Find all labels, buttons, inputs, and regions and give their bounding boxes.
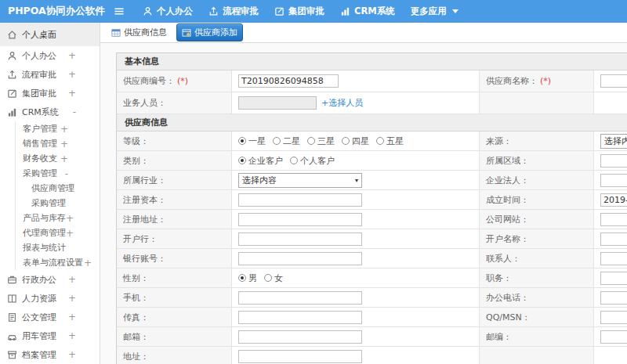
nav-group-approval-label: 集团审批 [288, 5, 324, 17]
sidebar-item-agent-mgmt[interactable]: 代理商管理+ [15, 225, 100, 240]
qq-msn-field [594, 308, 627, 326]
sidebar-item-admin-office[interactable]: 行政办公+ [0, 270, 100, 289]
registered-capital-input[interactable] [238, 193, 362, 207]
sidebar-item-group-approval-toggle[interactable]: + [68, 88, 76, 99]
sidebar-item-sales-mgmt-toggle[interactable]: + [60, 139, 68, 150]
nav-more-apps[interactable]: 更多应用 [411, 5, 458, 17]
office-phone-input[interactable] [600, 291, 627, 305]
supplier-code-input[interactable] [238, 74, 339, 88]
sidebar-item-admin-office-toggle[interactable]: + [68, 274, 76, 285]
sidebar-item-purchase-mgmt-toggle[interactable]: - [65, 168, 68, 179]
level-option-1[interactable]: 二星 [273, 135, 300, 147]
email-input[interactable] [238, 330, 362, 344]
legal-person-input[interactable] [600, 174, 627, 187]
email-label: 邮箱： [117, 327, 232, 346]
sidebar-item-group-approval[interactable]: 集团审批+ [0, 84, 100, 103]
sidebar-item-crm-system-toggle[interactable]: - [73, 106, 76, 117]
level-option-4[interactable]: 五星 [376, 135, 404, 147]
sidebar-item-product-inventory-toggle[interactable]: + [66, 213, 74, 224]
sidebar-item-customer-mgmt-toggle[interactable]: + [60, 124, 68, 135]
sidebar-item-vehicle-mgmt-toggle[interactable]: + [68, 330, 76, 341]
sidebar-item-personal-office-toggle[interactable]: + [68, 50, 76, 61]
form-row: 供应商编号：(*)供应商名称：(*) [117, 70, 627, 92]
level-option-2[interactable]: 三星 [307, 135, 335, 147]
supplier-name-input[interactable] [600, 74, 627, 88]
region-input[interactable] [600, 154, 627, 168]
gender-option-0[interactable]: 男 [238, 272, 257, 284]
sidebar-item-customer-mgmt[interactable]: 客户管理+ [15, 121, 100, 136]
sidebar-item-finance-inout-toggle[interactable]: + [60, 153, 68, 164]
nav-group-approval[interactable]: 集团审批 [274, 5, 324, 17]
position-input[interactable] [600, 272, 627, 285]
sidebar-item-product-inventory[interactable]: 产品与库存+ [15, 211, 100, 225]
mobile-input[interactable] [238, 291, 362, 305]
form-row: 等级：一星二星三星四星五星来源：选择内容▾ [117, 132, 627, 151]
zipcode-field [594, 327, 627, 346]
contact-input[interactable] [600, 252, 627, 265]
sidebar-item-archives-mgmt[interactable]: 档案管理+ [0, 345, 100, 364]
sidebar-item-workflow-approval[interactable]: 流程审批+ [0, 65, 100, 84]
menu-toggle[interactable] [113, 6, 125, 16]
registered-address-input[interactable] [238, 213, 362, 226]
zipcode-input[interactable] [600, 330, 627, 344]
website-input[interactable] [600, 213, 627, 226]
sidebar-item-archives-mgmt-toggle[interactable]: + [68, 349, 76, 360]
sidebar-item-personal-desktop[interactable]: 个人桌面 [0, 23, 100, 46]
approval-icon [7, 70, 17, 80]
sidebar-item-purchase-mgmt[interactable]: 采购管理- [15, 166, 100, 181]
app-brand: PHPOA协同办公软件 [0, 5, 100, 18]
tab-supplier-info[interactable]: 供应商信息 [107, 24, 172, 41]
sidebar-item-crm-system[interactable]: CRM系统- [0, 103, 100, 121]
supplier-name-field [594, 70, 627, 92]
form-row: 地址： [117, 347, 627, 364]
sidebar-item-form-workflow-settings[interactable]: 表单与流程设置+ [15, 255, 100, 270]
level-option-3[interactable]: 四星 [342, 135, 369, 147]
source-field: 选择内容▾ [594, 132, 627, 150]
radio-icon [238, 274, 246, 282]
address-input[interactable] [238, 350, 362, 363]
sidebar-item-personal-desktop-label: 个人桌面 [22, 29, 56, 41]
sidebar-item-vehicle-mgmt[interactable]: 用车管理+ [0, 326, 100, 345]
gender-option-1[interactable]: 女 [264, 272, 283, 284]
sales-person-picker-link[interactable]: +选择人员 [321, 97, 363, 109]
sidebar-item-personal-office[interactable]: 个人办公+ [0, 46, 100, 65]
sidebar-item-human-resources[interactable]: 人力资源+ [0, 289, 100, 308]
category-option-0[interactable]: 企业客户 [238, 155, 283, 167]
form-row: 业务人员：+选择人员 [117, 92, 627, 114]
sidebar-item-workflow-approval-toggle[interactable]: + [68, 69, 76, 80]
level-option-0[interactable]: 一星 [238, 135, 266, 147]
sidebar-item-archives-mgmt-label: 档案管理 [22, 349, 56, 361]
sidebar-item-finance-inout[interactable]: 财务收支+ [15, 151, 100, 166]
sidebar-item-form-workflow-settings-toggle[interactable]: + [84, 258, 92, 268]
registered-address-label: 注册地址： [117, 210, 232, 229]
sidebar-item-agent-mgmt-label: 代理商管理 [23, 227, 66, 239]
home-icon [7, 30, 17, 40]
bank-input[interactable] [238, 232, 362, 246]
account-name-input[interactable] [600, 232, 627, 246]
sidebar-item-reports-stats[interactable]: 报表与统计 [15, 240, 100, 255]
sidebar-item-purchase-list-label: 采购管理 [31, 197, 66, 209]
sidebar-item-human-resources-toggle[interactable]: + [68, 293, 76, 304]
sidebar-item-supplier-mgmt-label: 供应商管理 [31, 182, 74, 194]
nav-workflow-approval[interactable]: 流程审批 [208, 5, 259, 17]
nav-crm-system[interactable]: CRM系统 [340, 5, 395, 17]
qq-msn-input[interactable] [600, 311, 627, 324]
tab-supplier-add[interactable]: 供应商添加 [176, 23, 243, 41]
sidebar-item-agent-mgmt-toggle[interactable]: + [66, 228, 74, 239]
sidebar-item-sales-mgmt[interactable]: 销售管理+ [15, 136, 100, 151]
sidebar-item-supplier-mgmt[interactable]: 供应商管理 [15, 181, 100, 196]
sidebar-item-purchase-list[interactable]: 采购管理 [15, 196, 100, 211]
sidebar-item-official-docs[interactable]: 公文管理+ [0, 308, 100, 326]
category-option-1[interactable]: 个人客户 [290, 155, 335, 167]
table-icon [111, 28, 121, 38]
founded-date-input[interactable] [600, 193, 627, 207]
industry-select[interactable]: 选择内容▾ [238, 173, 362, 188]
fax-input[interactable] [238, 311, 362, 324]
position-label: 职务： [480, 268, 594, 287]
sidebar-item-official-docs-toggle[interactable]: + [68, 312, 76, 323]
sales-person-input[interactable] [238, 96, 317, 110]
bank-account-input[interactable] [238, 252, 362, 265]
source-select[interactable]: 选择内容▾ [600, 134, 627, 149]
nav-personal-office[interactable]: 个人办公 [143, 5, 193, 17]
document-icon [7, 312, 17, 323]
